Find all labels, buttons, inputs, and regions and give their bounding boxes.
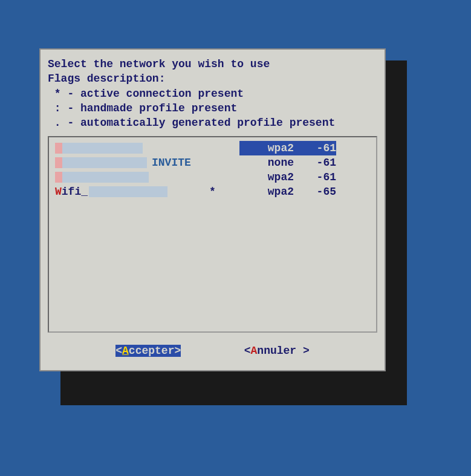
redacted-ssid-tail [89,186,167,197]
network-flag [209,170,239,184]
cancel-button[interactable]: <Annuler > [244,345,310,357]
header-line-5: . - automatically generated profile pres… [48,117,335,129]
redacted-ssid [55,143,143,154]
accept-button[interactable]: <Accepter> [115,345,181,357]
ssid-hotkey-letter: W [55,184,62,199]
network-signal: -65 [300,184,336,199]
network-flag: * [209,184,239,199]
network-ssid: Wifi_ [55,184,209,199]
dialog-buttons: <Accepter> <Annuler > [48,333,377,363]
network-security: wpa2 [239,141,300,155]
ssid-suffix: INVITE [152,155,191,170]
network-flag [209,155,239,170]
network-signal: -61 [300,141,336,155]
header-line-4: : - handmade profile present [48,102,237,114]
network-flag [209,141,239,155]
network-ssid [55,170,209,184]
header-line-3: * - active connection present [48,88,244,100]
network-row[interactable]: wpa2 -61 [55,170,370,184]
network-list: wpa2 -61 INVITE none -61 wpa2 -61 [48,136,377,333]
network-security: wpa2 [239,170,300,184]
dialog-instructions: Select the network you wish to use Flags… [48,57,377,130]
network-select-dialog: Select the network you wish to use Flags… [39,48,386,371]
redacted-ssid [55,157,147,168]
network-signal: -61 [300,155,336,170]
ssid-visible-part: ifi_ [62,184,88,199]
accept-hotkey: A [122,345,129,357]
header-line-1: Select the network you wish to use [48,58,270,70]
header-line-2: Flags description: [48,73,165,85]
network-row[interactable]: Wifi_ * wpa2 -65 [55,184,370,199]
redacted-ssid [55,172,149,183]
network-row[interactable]: INVITE none -61 [55,155,370,170]
network-ssid: INVITE [55,155,209,170]
network-row[interactable]: wpa2 -61 [55,141,370,155]
network-security: none [239,155,300,170]
network-selected-highlight: wpa2 -61 [239,141,336,155]
cancel-hotkey: A [251,345,258,357]
network-security: wpa2 [239,184,300,199]
network-ssid [55,141,209,155]
network-signal: -61 [300,170,336,184]
